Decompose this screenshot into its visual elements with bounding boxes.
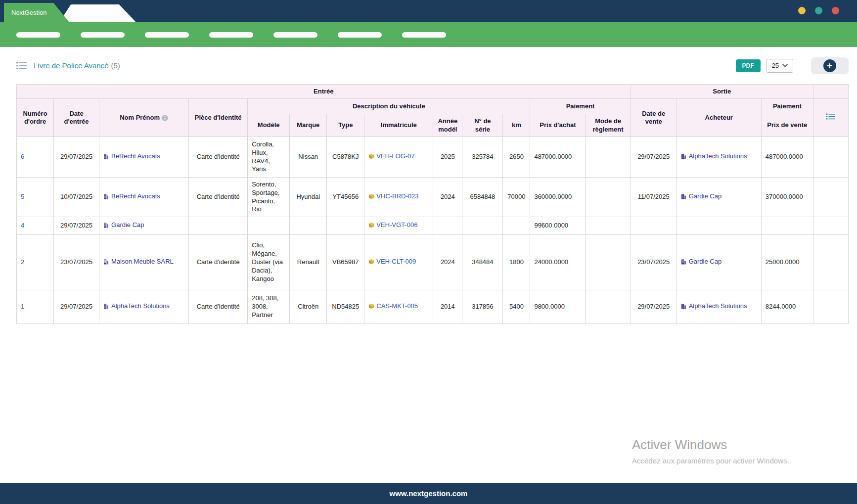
cell-serial-number: 325784 [462, 137, 503, 178]
client-link[interactable]: Gardie Cap [103, 221, 144, 229]
buyer-link[interactable]: Gardie Cap [681, 258, 722, 266]
col-header-columns-menu[interactable] [813, 99, 848, 137]
window-maximize-dot[interactable] [815, 7, 822, 14]
cell-sale-date: 23/07/2025 [631, 235, 677, 290]
cell-sale-date: 11/07/2025 [631, 178, 677, 217]
window-minimize-dot[interactable] [798, 7, 806, 14]
order-number-link[interactable]: 2 [21, 258, 24, 266]
order-number-link[interactable]: 5 [21, 193, 24, 200]
empty-tab[interactable] [59, 4, 136, 22]
cell-serial-number [462, 217, 503, 235]
vehicle-link[interactable]: VEH-CLT-009 [368, 258, 416, 266]
cell-id-document: Carte d'identité [189, 235, 248, 290]
package-icon [368, 193, 374, 199]
window-close-dot[interactable] [832, 7, 839, 14]
cell-client-name: Gardie Cap [99, 217, 189, 235]
col-header-paiement-entree: Paiement [530, 99, 631, 114]
cell-purchase-price: 9800.0000 [530, 290, 586, 324]
client-link[interactable]: AlphaTech Solutions [103, 302, 170, 311]
list-icon [16, 61, 27, 70]
client-link[interactable]: Maison Meuble SARL [103, 258, 174, 266]
cell-type: C5878KJ [327, 137, 364, 178]
cell-registration: VEH-VGT-006 [364, 217, 433, 235]
package-icon [368, 303, 374, 309]
vehicle-link[interactable]: VEH-LOG-07 [368, 152, 414, 161]
group-header-sortie: Sortie [631, 85, 813, 99]
col-header-km: km [503, 114, 530, 137]
col-header-mode-reglement: Mode de règlement [586, 114, 631, 137]
vehicle-link[interactable]: VHC-BRD-023 [368, 192, 418, 201]
cell-entry-date: 29/07/2025 [54, 137, 99, 178]
watermark-title: Activer Windows [632, 437, 789, 453]
building-icon [103, 304, 109, 309]
building-icon [103, 194, 109, 199]
order-number-link[interactable]: 1 [21, 303, 24, 310]
buyer-link[interactable]: Gardie Cap [681, 192, 722, 201]
cell-entry-date: 10/07/2025 [54, 178, 99, 217]
police-book-table: Entrée Sortie Numéro d'ordre Date d'entr… [16, 84, 849, 324]
cell-registration: VHC-BRD-023 [364, 178, 433, 217]
vehicle-link[interactable]: CAS-MKT-005 [368, 302, 418, 311]
package-icon [368, 222, 374, 228]
cell-sale-price: 25000.0000 [761, 235, 813, 290]
cell-model: 208, 308, 3008, Partner [248, 290, 290, 324]
pdf-export-button[interactable]: PDF [736, 59, 761, 72]
nav-pill[interactable] [338, 32, 382, 38]
table-row: 5 10/07/2025 BeRecht Avocats Carte d'ide… [17, 178, 849, 217]
cell-sale-price: 487000.0000 [761, 137, 813, 178]
building-icon [681, 259, 686, 265]
cell-brand: Renault [290, 235, 327, 290]
buyer-link[interactable]: AlphaTech Solutions [681, 152, 747, 161]
col-header-date-vente: Date de vente [631, 99, 677, 137]
cell-sale-price [761, 217, 813, 235]
vehicle-link[interactable]: VEH-VGT-006 [368, 221, 417, 229]
cell-client-name: Maison Meuble SARL [99, 235, 189, 290]
order-number-link[interactable]: 4 [21, 222, 24, 229]
cell-buyer [677, 217, 761, 235]
nav-pill[interactable] [145, 32, 189, 38]
cell-sale-date [631, 217, 677, 235]
order-number-link[interactable]: 6 [21, 153, 24, 160]
cell-registration: CAS-MKT-005 [364, 290, 433, 324]
group-header-row: Entrée Sortie [17, 85, 849, 99]
cell-sale-date: 29/07/2025 [631, 137, 677, 178]
toolbar-actions: PDF 25 [736, 57, 849, 74]
cell-payment-mode [586, 235, 631, 290]
table-row: 6 29/07/2025 BeRecht Avocats Carte d'ide… [17, 137, 849, 178]
cell-model-year: 2024 [433, 178, 462, 217]
toolbar: Livre de Police Avancé (5) PDF 25 [16, 47, 849, 84]
cell-model-year: 2014 [433, 290, 462, 324]
client-link[interactable]: BeRecht Avocats [103, 152, 160, 161]
col-header-type: Type [327, 114, 364, 137]
cell-sale-price: 370000.0000 [761, 178, 813, 217]
nav-pill[interactable] [209, 32, 253, 38]
add-record-button[interactable] [823, 59, 836, 72]
nav-pill[interactable] [16, 32, 60, 38]
chevron-down-icon [782, 64, 788, 67]
building-icon [681, 194, 686, 199]
table-row: 4 29/07/2025 Gardie Cap VEH-VGT-006 9960… [17, 217, 849, 235]
client-link[interactable]: BeRecht Avocats [103, 192, 160, 201]
info-icon[interactable] [162, 115, 168, 121]
page-size-value: 25 [772, 62, 779, 69]
group-header-entree: Entrée [17, 85, 631, 99]
window-controls [798, 7, 839, 14]
cell-model-year: 2025 [433, 137, 462, 178]
cell-purchase-price: 24000.0000 [530, 235, 586, 290]
cell-model: Corolla, Hilux, RAV4, Yaris [248, 137, 290, 178]
nav-pill[interactable] [273, 32, 317, 38]
page-size-select[interactable]: 25 [767, 59, 793, 73]
cell-order-number: 4 [17, 217, 54, 235]
cell-id-document: Carte d'identité [189, 137, 248, 178]
cell-model-year [433, 217, 462, 235]
cell-order-number: 5 [17, 178, 54, 217]
nav-pill[interactable] [402, 32, 446, 38]
nav-pill[interactable] [81, 32, 125, 38]
footer-bar: www.nextgestion.com [0, 483, 857, 504]
cell-model: Sorento, Sportage, Picanto, Rio [248, 178, 290, 217]
main-nav [0, 22, 857, 47]
cell-sale-date: 29/07/2025 [631, 290, 677, 324]
brand-tab[interactable]: NextGestion [4, 3, 69, 22]
buyer-link[interactable]: AlphaTech Solutions [681, 302, 747, 311]
table-row: 2 23/07/2025 Maison Meuble SARL Carte d'… [17, 235, 849, 290]
